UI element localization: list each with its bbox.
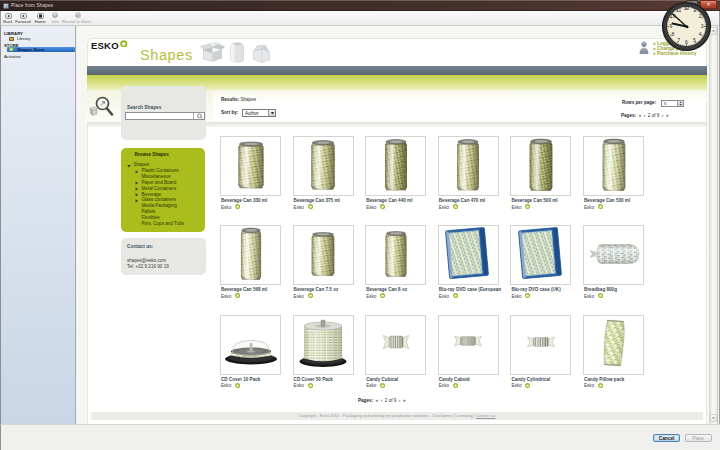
svg-text:4: 4 <box>699 31 702 37</box>
svg-text:12: 12 <box>684 5 690 11</box>
svg-text:1: 1 <box>693 7 696 13</box>
svg-text:7: 7 <box>677 37 680 43</box>
svg-text:6: 6 <box>685 39 688 45</box>
svg-text:3: 3 <box>701 23 704 29</box>
svg-text:11: 11 <box>676 7 681 13</box>
svg-text:5: 5 <box>693 37 696 43</box>
svg-text:2: 2 <box>699 13 702 19</box>
svg-text:8: 8 <box>672 31 675 37</box>
